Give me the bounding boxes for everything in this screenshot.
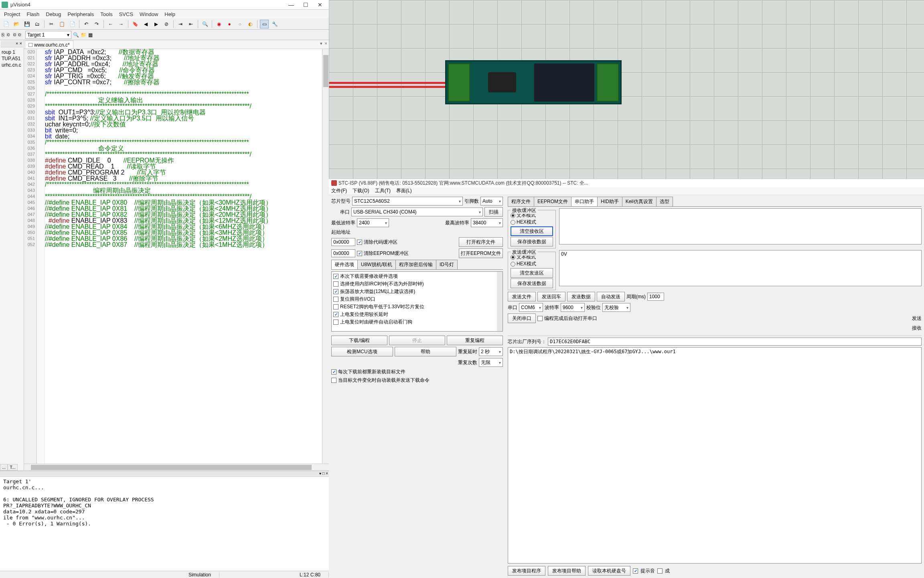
pin-combo[interactable]: Auto (480, 197, 503, 206)
breakpoint-kill-icon[interactable]: ◐ (246, 20, 255, 28)
auto-send-button[interactable]: 自动发送 (597, 292, 625, 301)
code-addr-field[interactable] (331, 238, 355, 246)
parity-combo[interactable]: 无校验 (602, 303, 630, 312)
tab-u8w[interactable]: U8W脱机/联机 (357, 260, 396, 269)
tab-dropdown-icon[interactable]: ▾ (319, 41, 323, 46)
save-tx-button[interactable]: 保存发送数据 (511, 279, 553, 288)
port-combo[interactable]: USB-SERIAL CH340 (COM4) (351, 208, 483, 216)
autodl-checkbox[interactable] (331, 378, 336, 383)
copy-icon[interactable]: 📋 (57, 20, 66, 28)
hw-option[interactable]: 选择使用内部IRC时钟(不选为外部时钟) (332, 280, 502, 288)
menu-svcs[interactable]: SVCS (116, 10, 136, 18)
maximize-button[interactable]: ☐ (298, 1, 313, 9)
menu-peripherals[interactable]: Peripherals (65, 10, 97, 18)
send-file-button[interactable]: 发送文件 (508, 292, 536, 301)
tab-select[interactable]: 选型 (656, 197, 673, 206)
hw-option[interactable]: RESET2脚的电平低于1.33V时芯片复位 (332, 303, 502, 311)
stc-menu-download[interactable]: 下载(O) (353, 187, 369, 194)
debug-icon[interactable]: ◉ (215, 20, 223, 28)
ok-checkbox[interactable] (657, 568, 663, 574)
code-editor[interactable]: 0200210220230240250260270280290300310320… (24, 49, 329, 464)
close-button[interactable]: ✕ (313, 1, 327, 9)
configure-icon[interactable]: 🔧 (270, 20, 279, 28)
open-icon[interactable]: 📂 (12, 20, 21, 28)
stc-menu-tools[interactable]: 工具(T) (375, 187, 391, 194)
minimize-button[interactable]: — (284, 1, 298, 9)
project-item[interactable]: urhc.cn.c (1, 62, 23, 68)
open-code-button[interactable]: 打开程序文件 (459, 237, 503, 247)
help-button[interactable]: 帮助 (395, 347, 456, 356)
project-item[interactable]: roup 1 (1, 49, 23, 55)
eeprom-addr-field[interactable] (331, 249, 355, 257)
clear-rx-button[interactable]: 清空接收区 (511, 226, 553, 236)
clear-eeprom-checkbox[interactable]: ✔ (357, 251, 362, 256)
breakpoint-disable-icon[interactable]: ○ (235, 20, 244, 28)
menu-debug[interactable]: Debug (43, 10, 64, 18)
tx-textarea[interactable]: 0V (559, 250, 922, 286)
open-eeprom-button[interactable]: 打开EEPROM文件 (459, 248, 503, 258)
save-icon[interactable]: 💾 (22, 20, 31, 28)
clear-code-checkbox[interactable]: ✔ (357, 240, 362, 245)
send-cr-button[interactable]: 发送回车 (537, 292, 565, 301)
cut-icon[interactable]: ✂ (47, 20, 56, 28)
project-tab[interactable]: ... (0, 464, 8, 470)
tab-eeprom-file[interactable]: EEPROM文件 (534, 197, 571, 206)
manage-icon[interactable]: 📁 (81, 32, 87, 38)
path-display[interactable]: D:\按日期调试程序\20220321\姚生-GYJ-0065或67加GYJ..… (508, 347, 922, 564)
tab-id[interactable]: ID号灯 (436, 260, 458, 269)
reprogram-button[interactable]: 重复编程 (447, 336, 503, 345)
publish-help-button[interactable]: 发布项目帮助 (548, 566, 586, 576)
hw-option[interactable]: ✔振荡器放大增益(12M以上建议选择) (332, 288, 502, 295)
vertical-scrollbar[interactable] (322, 49, 329, 464)
redelay-combo[interactable]: 2 秒 (479, 347, 503, 356)
breakpoint-icon[interactable]: ● (225, 20, 234, 28)
period-field[interactable] (647, 293, 664, 301)
menu-flash[interactable]: Flash (23, 10, 43, 18)
tab-keil[interactable]: Keil仿真设置 (622, 197, 657, 206)
output-close-icon[interactable]: ▾ □ × (319, 471, 328, 476)
editor-tab-active[interactable]: www.ourhc.cn.c* (25, 41, 73, 49)
build-icon[interactable]: ⛭ (6, 32, 11, 38)
menu-help[interactable]: Help (161, 10, 178, 18)
outdent-icon[interactable]: ⇤ (186, 20, 195, 28)
maxbaud-combo[interactable]: 38400 (471, 218, 503, 227)
minbaud-combo[interactable]: 2400 (357, 218, 389, 227)
menu-tools[interactable]: Tools (97, 10, 116, 18)
autoopen-checkbox[interactable] (537, 316, 543, 321)
hw-options-list[interactable]: ✔本次下载需要修改硬件选项选择使用内部IRC时钟(不选为外部时钟)✔振荡器放大增… (331, 271, 503, 332)
publish-prog-button[interactable]: 发布项目程序 (508, 566, 545, 576)
close-com-button[interactable]: 关闭串口 (508, 313, 536, 323)
rx-textarea[interactable] (559, 208, 922, 244)
indent-icon[interactable]: ⇥ (176, 20, 185, 28)
hint-checkbox[interactable]: ✔ (633, 568, 638, 574)
undo-icon[interactable]: ↶ (82, 20, 91, 28)
new-file-icon[interactable]: 📄 (2, 20, 10, 28)
tab-prog-file[interactable]: 程序文件 (508, 197, 534, 206)
batch-icon[interactable]: ▦ (88, 32, 93, 38)
clear-tx-button[interactable]: 清空发送区 (511, 268, 553, 278)
save-all-icon[interactable]: 🗂 (33, 20, 42, 28)
save-rx-button[interactable]: 保存接收数据 (511, 237, 553, 246)
window-icon[interactable]: ▭ (260, 20, 269, 28)
horizontal-scrollbar[interactable] (24, 464, 329, 470)
bookmark-next-icon[interactable]: ▶ (152, 20, 160, 28)
send-data-button[interactable]: 发送数据 (567, 292, 595, 301)
recnt-combo[interactable]: 无限 (479, 358, 503, 367)
radio-hex-mode[interactable]: HEX模式 (511, 219, 553, 226)
nav-back-icon[interactable]: ← (106, 20, 115, 28)
tab-hid[interactable]: HID助手 (597, 197, 622, 206)
options-icon[interactable]: 🔍 (73, 32, 79, 38)
project-item[interactable]: TUP.A51 (1, 55, 23, 62)
tab-serial-assist[interactable]: 串口助手 (571, 197, 598, 206)
chip-combo[interactable]: STC12C5A60S2 (352, 197, 463, 206)
translate-icon[interactable]: ⎘ (2, 32, 4, 38)
panel-close-icon[interactable]: × × (16, 41, 22, 46)
build-output[interactable]: Target 1' ourhc.cn.c... 6: UNCALLED SEGM… (0, 477, 329, 528)
menu-window[interactable]: Window (136, 10, 161, 18)
stc-menu-file[interactable]: 文件(F) (331, 187, 347, 194)
list-scrollbar[interactable] (497, 272, 503, 331)
download-button[interactable]: 下载/编程 (331, 336, 387, 345)
com-combo[interactable]: COM6 (519, 303, 543, 312)
tab-close-icon[interactable]: × (324, 41, 328, 46)
hw-option[interactable]: 复位脚用作I/O口 (332, 295, 502, 303)
